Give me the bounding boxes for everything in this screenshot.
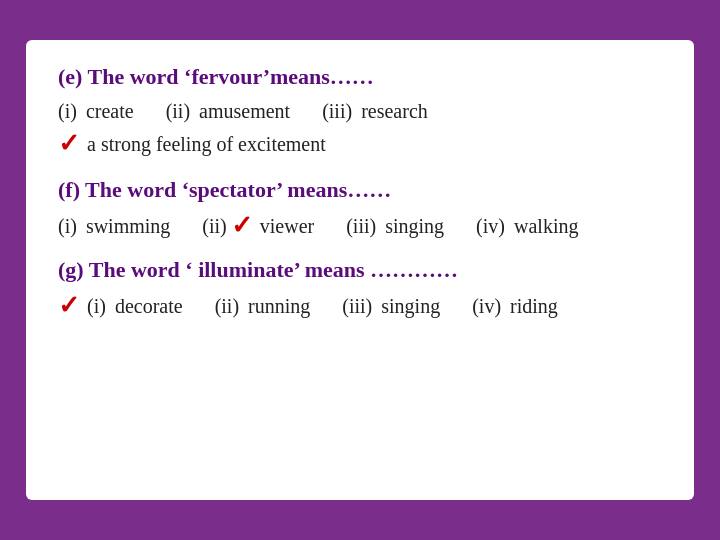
heading-g: (g) The word ‘ illuminate’ means ………… — [58, 257, 662, 283]
option-g-ii: (ii) running — [215, 295, 311, 318]
option-g-i: ✓ (i) decorate — [58, 293, 183, 319]
text-f-i: swimming — [81, 215, 170, 238]
heading-f: (f) The word ‘spectator’ means…… — [58, 177, 662, 203]
label-f-iii: (iii) — [346, 215, 376, 238]
text-f-ii: viewer — [255, 215, 314, 238]
text-g-ii: running — [243, 295, 310, 318]
label-g-iii: (iii) — [342, 295, 372, 318]
text-g-iii: singing — [376, 295, 440, 318]
option-f-iii: (iii) singing — [346, 215, 444, 238]
option-e-ii: (ii) amusement — [166, 100, 291, 123]
text-e-i: create — [81, 100, 134, 123]
text-e-iii: research — [356, 100, 428, 123]
text-f-iii: singing — [380, 215, 444, 238]
label-f-iv: (iv) — [476, 215, 505, 238]
answer-row-e: ✓ a strong feeling of excitement — [58, 131, 662, 157]
text-g-iv: riding — [505, 295, 558, 318]
answer-text-e: a strong feeling of excitement — [82, 133, 326, 156]
label-f-ii: (ii) — [202, 215, 226, 238]
label-e-i: (i) — [58, 100, 77, 123]
option-f-iv: (iv) walking — [476, 215, 578, 238]
text-g-i: decorate — [110, 295, 183, 318]
section-e: (e) The word ‘fervour’means…… (i) create… — [58, 64, 662, 167]
section-f: (f) The word ‘spectator’ means…… (i) swi… — [58, 177, 662, 247]
text-e-ii: amusement — [194, 100, 290, 123]
option-g-iv: (iv) riding — [472, 295, 558, 318]
option-e-i: (i) create — [58, 100, 134, 123]
section-g: (g) The word ‘ illuminate’ means ………… ✓ … — [58, 257, 662, 327]
label-g-i: (i) — [82, 295, 106, 318]
option-f-i: (i) swimming — [58, 215, 170, 238]
label-e-iii: (iii) — [322, 100, 352, 123]
content-card: (e) The word ‘fervour’means…… (i) create… — [26, 40, 694, 500]
label-g-iv: (iv) — [472, 295, 501, 318]
option-g-iii: (iii) singing — [342, 295, 440, 318]
label-e-ii: (ii) — [166, 100, 190, 123]
options-row-f: (i) swimming (ii) ✓ viewer (iii) singing… — [58, 213, 662, 239]
options-row-g: ✓ (i) decorate (ii) running (iii) singin… — [58, 293, 662, 319]
option-f-ii: (ii) ✓ viewer — [202, 213, 314, 239]
label-g-ii: (ii) — [215, 295, 239, 318]
checkmark-g: ✓ — [58, 293, 80, 319]
checkmark-f: ✓ — [231, 213, 253, 239]
label-f-i: (i) — [58, 215, 77, 238]
options-row-e: (i) create (ii) amusement (iii) research — [58, 100, 662, 123]
option-e-iii: (iii) research — [322, 100, 428, 123]
checkmark-e: ✓ — [58, 131, 80, 157]
heading-e: (e) The word ‘fervour’means…… — [58, 64, 662, 90]
text-f-iv: walking — [509, 215, 578, 238]
